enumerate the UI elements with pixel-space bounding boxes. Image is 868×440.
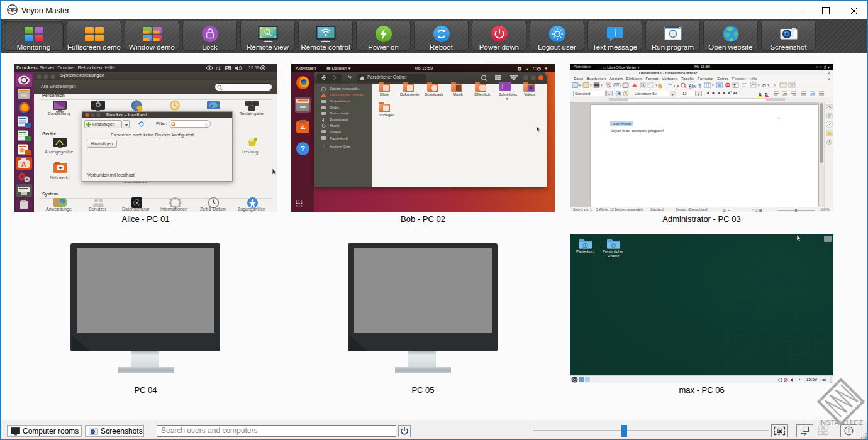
svg-text:▾: ▾ (712, 83, 715, 87)
svg-text:✎: ✎ (625, 92, 628, 96)
svg-text:⇄: ⇄ (804, 432, 807, 436)
svg-text:T: T (733, 84, 736, 87)
svg-text:≡: ≡ (774, 83, 776, 87)
svg-text:▾: ▾ (655, 83, 658, 87)
svg-text:+: + (322, 144, 325, 148)
svg-text:▾: ▾ (579, 83, 582, 87)
svg-text:▾: ▾ (590, 83, 593, 87)
svg-text:De: De (226, 67, 230, 70)
svg-text:▾: ▾ (758, 83, 760, 87)
svg-text:INSTALUJ.CZ: INSTALUJ.CZ (819, 419, 863, 426)
svg-text:Abc: Abc (689, 84, 697, 88)
svg-text:▾: ▾ (767, 83, 770, 87)
svg-text:¶: ¶ (698, 83, 701, 89)
svg-text:Ω: Ω (762, 83, 766, 89)
svg-text:?: ? (301, 145, 305, 153)
svg-text:A: A (21, 161, 26, 168)
svg-text:▾: ▾ (601, 83, 603, 87)
